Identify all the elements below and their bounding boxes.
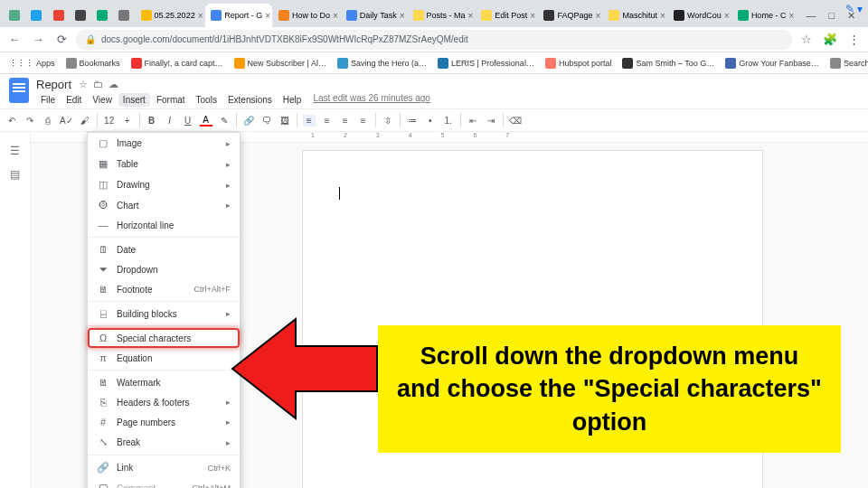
last-edit-link[interactable]: Last edit was 26 minutes ago — [313, 93, 430, 107]
tab[interactable] — [113, 4, 134, 27]
menu-item-building-blocks[interactable]: ⌸Building blocks▸ — [88, 304, 240, 324]
forward-button[interactable]: → — [29, 33, 47, 46]
menu-item-break[interactable]: ⤡Break▸ — [88, 432, 240, 453]
doc-title[interactable]: Report — [36, 78, 71, 91]
close-icon[interactable]: × — [198, 11, 203, 21]
star-button[interactable]: ☆ — [797, 33, 816, 46]
summary-icon[interactable]: ▤ — [10, 168, 20, 181]
tab-active[interactable]: Report - G× — [205, 4, 272, 27]
tab[interactable]: Posts - Ma× — [408, 4, 476, 27]
close-icon[interactable]: × — [265, 11, 270, 21]
bookmark-item[interactable]: Sam Smith – Too G… — [618, 58, 718, 69]
menu-help[interactable]: Help — [278, 93, 307, 107]
menu-item-chart[interactable]: ⭗Chart▸ — [88, 195, 240, 215]
align-right-button[interactable]: ≡ — [339, 116, 352, 126]
menu-item-equation[interactable]: πEquation — [88, 348, 240, 368]
tab[interactable]: Home - C× — [732, 4, 797, 27]
redo-button[interactable]: ↷ — [24, 116, 36, 126]
highlight-button[interactable]: ✎ — [218, 116, 231, 126]
close-icon[interactable]: × — [724, 11, 730, 21]
menu-file[interactable]: File — [36, 93, 60, 107]
url-field[interactable]: 🔒 docs.google.com/document/d/1iHBJnhtVDT… — [76, 30, 792, 50]
italic-button[interactable]: I — [164, 116, 176, 126]
menu-item-horizontal-line[interactable]: —Horizontal line — [88, 215, 240, 235]
numbered-list-button[interactable]: 1. — [442, 116, 455, 126]
align-justify-button[interactable]: ≡ — [357, 116, 370, 126]
insert-link-button[interactable]: 🔗 — [242, 116, 255, 126]
maximize-button[interactable]: □ — [828, 10, 835, 22]
move-icon[interactable]: 🗀 — [93, 79, 103, 90]
decrease-indent-button[interactable]: ⇤ — [467, 116, 479, 126]
minimize-button[interactable]: — — [806, 10, 816, 22]
menu-button[interactable]: ⋮ — [844, 33, 863, 46]
bookmark-item[interactable]: Bookmarks — [62, 58, 124, 69]
menu-item-date[interactable]: 🗓Date — [88, 239, 240, 259]
close-icon[interactable]: × — [596, 11, 601, 21]
bold-button[interactable]: B — [146, 116, 158, 126]
menu-item-page-numbers[interactable]: #Page numbers▸ — [88, 412, 240, 432]
tab[interactable] — [48, 4, 69, 27]
undo-button[interactable]: ↶ — [5, 116, 18, 126]
menu-item-footnote[interactable]: 🗎FootnoteCtrl+Alt+F — [88, 279, 240, 299]
menu-edit[interactable]: Edit — [61, 93, 86, 107]
clear-formatting-button[interactable]: ⌫ — [509, 116, 522, 126]
add-comment-button[interactable]: 🗨 — [260, 116, 273, 126]
menu-tools[interactable]: Tools — [192, 93, 222, 107]
outline-toggle-icon[interactable]: ☰ — [10, 145, 20, 157]
bookmark-item[interactable]: LERIS | Professional… — [434, 58, 538, 69]
print-button[interactable]: ⎙ — [42, 116, 54, 126]
underline-button[interactable]: U — [182, 116, 194, 126]
menu-item-drawing[interactable]: ◫Drawing▸ — [88, 174, 240, 195]
menu-item-table[interactable]: ▦Table▸ — [88, 154, 240, 174]
extensions-button[interactable]: 🧩 — [821, 33, 839, 46]
bookmark-item[interactable]: Grow Your Fanbase… — [722, 58, 823, 69]
editing-mode-button[interactable]: ✎ ▾ — [845, 3, 863, 15]
close-icon[interactable]: × — [468, 11, 474, 21]
align-center-button[interactable]: ≡ — [321, 116, 334, 126]
close-icon[interactable]: × — [530, 11, 535, 21]
apps-button[interactable]: ⋮⋮⋮Apps — [5, 59, 59, 68]
tab[interactable] — [25, 4, 46, 27]
tab[interactable]: How to Do× — [273, 4, 340, 27]
bookmark-item[interactable]: New Subscriber | Al… — [231, 58, 330, 69]
tab[interactable]: Edit Post× — [476, 4, 537, 27]
insert-image-button[interactable]: 🖼 — [278, 116, 291, 126]
menu-item-image[interactable]: ▢Image▸ — [88, 133, 240, 154]
increase-indent-button[interactable]: ⇥ — [485, 116, 497, 126]
menu-view[interactable]: View — [88, 93, 117, 107]
bookmark-item[interactable]: SearchFormsOnline — [826, 58, 868, 69]
menu-insert[interactable]: Insert — [118, 93, 150, 107]
line-spacing-button[interactable]: ⇳ — [382, 116, 394, 126]
close-icon[interactable]: × — [333, 11, 338, 21]
reload-button[interactable]: ⟳ — [52, 33, 71, 46]
spellcheck-button[interactable]: A✓ — [60, 116, 73, 126]
menu-item-headers-footers[interactable]: ⎘Headers & footers▸ — [88, 392, 240, 412]
star-icon[interactable]: ☆ — [79, 79, 88, 90]
tab[interactable]: Daily Task× — [341, 4, 407, 27]
tab[interactable] — [91, 4, 112, 27]
tab[interactable]: FAQPage× — [538, 4, 602, 27]
menu-extensions[interactable]: Extensions — [223, 93, 277, 107]
close-icon[interactable]: × — [400, 11, 405, 21]
bookmark-item[interactable]: Hubspot portal — [542, 58, 616, 69]
cloud-icon[interactable]: ☁ — [108, 79, 118, 90]
tab[interactable]: Maschitut× — [603, 4, 667, 27]
bulleted-list-button[interactable]: • — [424, 116, 437, 126]
menu-item-link[interactable]: 🔗LinkCtrl+K — [88, 457, 240, 478]
font-size-value[interactable]: 12 — [103, 116, 116, 126]
tab[interactable]: 05.25.2022× — [136, 4, 205, 27]
back-button[interactable]: ← — [5, 33, 24, 46]
close-icon[interactable]: × — [788, 11, 794, 21]
menu-item-dropdown[interactable]: ⏷Dropdown — [88, 259, 240, 279]
tab[interactable] — [4, 4, 24, 27]
docs-logo-icon[interactable] — [9, 78, 29, 103]
bookmark-item[interactable]: Finally!, a card capt… — [127, 58, 227, 69]
text-color-button[interactable]: A — [200, 115, 212, 127]
font-size-plus[interactable]: + — [121, 116, 134, 126]
align-left-button[interactable]: ≡ — [303, 115, 316, 127]
bookmark-item[interactable]: Saving the Hero (a… — [334, 58, 430, 69]
menu-item-watermark[interactable]: 🗎Watermark — [88, 372, 240, 392]
menu-item-special-characters[interactable]: ΩSpecial characters — [88, 328, 240, 348]
menu-format[interactable]: Format — [152, 93, 190, 107]
close-icon[interactable]: × — [660, 11, 665, 21]
